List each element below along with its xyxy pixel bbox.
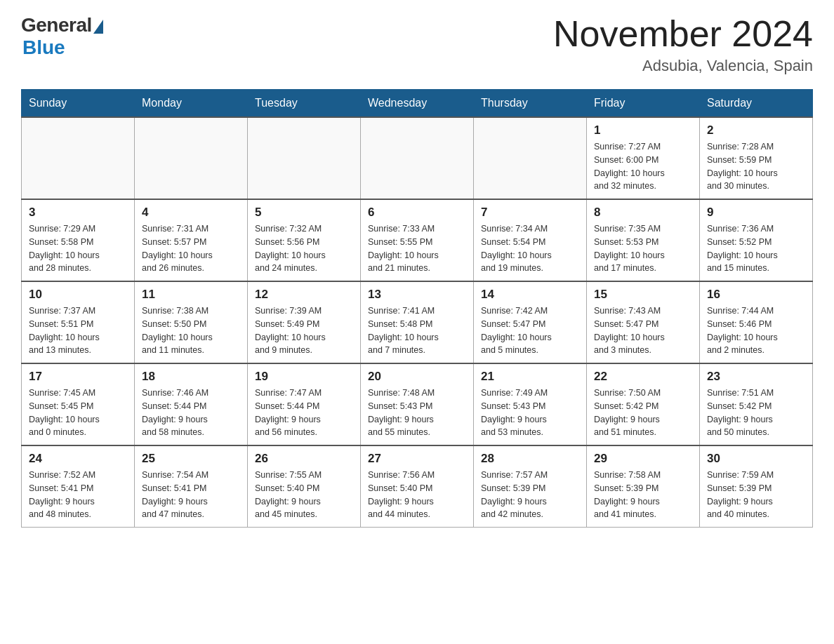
calendar-cell: 24Sunrise: 7:52 AM Sunset: 5:41 PM Dayli… xyxy=(22,445,135,528)
day-number: 29 xyxy=(594,452,692,466)
day-info: Sunrise: 7:27 AM Sunset: 6:00 PM Dayligh… xyxy=(594,140,692,193)
calendar-cell: 29Sunrise: 7:58 AM Sunset: 5:39 PM Dayli… xyxy=(587,445,700,528)
day-number: 16 xyxy=(707,288,805,302)
day-info: Sunrise: 7:52 AM Sunset: 5:41 PM Dayligh… xyxy=(29,469,127,521)
day-info: Sunrise: 7:31 AM Sunset: 5:57 PM Dayligh… xyxy=(142,222,240,275)
calendar-cell: 14Sunrise: 7:42 AM Sunset: 5:47 PM Dayli… xyxy=(474,281,587,363)
calendar-cell: 1Sunrise: 7:27 AM Sunset: 6:00 PM Daylig… xyxy=(587,117,700,199)
day-info: Sunrise: 7:41 AM Sunset: 5:48 PM Dayligh… xyxy=(368,304,466,357)
logo-general-text: General xyxy=(21,14,92,36)
day-info: Sunrise: 7:33 AM Sunset: 5:55 PM Dayligh… xyxy=(368,222,466,275)
day-info: Sunrise: 7:54 AM Sunset: 5:41 PM Dayligh… xyxy=(142,469,240,521)
logo: General Blue xyxy=(21,14,103,59)
day-info: Sunrise: 7:28 AM Sunset: 5:59 PM Dayligh… xyxy=(707,140,805,193)
calendar-cell: 19Sunrise: 7:47 AM Sunset: 5:44 PM Dayli… xyxy=(248,363,361,445)
calendar-cell: 20Sunrise: 7:48 AM Sunset: 5:43 PM Dayli… xyxy=(361,363,474,445)
week-row: 24Sunrise: 7:52 AM Sunset: 5:41 PM Dayli… xyxy=(22,445,813,528)
day-number: 4 xyxy=(142,206,240,220)
day-info: Sunrise: 7:43 AM Sunset: 5:47 PM Dayligh… xyxy=(594,304,692,357)
page-header: General Blue November 2024 Adsubia, Vale… xyxy=(21,14,813,75)
day-info: Sunrise: 7:38 AM Sunset: 5:50 PM Dayligh… xyxy=(142,304,240,357)
day-number: 20 xyxy=(368,370,466,384)
calendar-cell: 12Sunrise: 7:39 AM Sunset: 5:49 PM Dayli… xyxy=(248,281,361,363)
day-number: 10 xyxy=(29,288,127,302)
calendar-cell: 22Sunrise: 7:50 AM Sunset: 5:42 PM Dayli… xyxy=(587,363,700,445)
day-info: Sunrise: 7:36 AM Sunset: 5:52 PM Dayligh… xyxy=(707,222,805,275)
calendar-cell: 6Sunrise: 7:33 AM Sunset: 5:55 PM Daylig… xyxy=(361,199,474,281)
day-number: 19 xyxy=(255,370,353,384)
day-number: 6 xyxy=(368,206,466,220)
calendar-cell: 7Sunrise: 7:34 AM Sunset: 5:54 PM Daylig… xyxy=(474,199,587,281)
day-of-week-header: Friday xyxy=(587,90,700,118)
calendar-cell: 13Sunrise: 7:41 AM Sunset: 5:48 PM Dayli… xyxy=(361,281,474,363)
week-row: 17Sunrise: 7:45 AM Sunset: 5:45 PM Dayli… xyxy=(22,363,813,445)
day-info: Sunrise: 7:37 AM Sunset: 5:51 PM Dayligh… xyxy=(29,304,127,357)
day-info: Sunrise: 7:48 AM Sunset: 5:43 PM Dayligh… xyxy=(368,387,466,439)
title-block: November 2024 Adsubia, Valencia, Spain xyxy=(553,14,813,75)
calendar-cell: 15Sunrise: 7:43 AM Sunset: 5:47 PM Dayli… xyxy=(587,281,700,363)
calendar-table: SundayMondayTuesdayWednesdayThursdayFrid… xyxy=(21,89,813,528)
calendar-cell: 27Sunrise: 7:56 AM Sunset: 5:40 PM Dayli… xyxy=(361,445,474,528)
day-number: 27 xyxy=(368,452,466,466)
day-of-week-header: Tuesday xyxy=(248,90,361,118)
header-row: SundayMondayTuesdayWednesdayThursdayFrid… xyxy=(22,90,813,118)
day-number: 12 xyxy=(255,288,353,302)
calendar-cell: 16Sunrise: 7:44 AM Sunset: 5:46 PM Dayli… xyxy=(700,281,813,363)
calendar-cell: 25Sunrise: 7:54 AM Sunset: 5:41 PM Dayli… xyxy=(135,445,248,528)
day-number: 11 xyxy=(142,288,240,302)
day-info: Sunrise: 7:55 AM Sunset: 5:40 PM Dayligh… xyxy=(255,469,353,521)
calendar-cell: 9Sunrise: 7:36 AM Sunset: 5:52 PM Daylig… xyxy=(700,199,813,281)
day-number: 21 xyxy=(481,370,579,384)
calendar-cell: 4Sunrise: 7:31 AM Sunset: 5:57 PM Daylig… xyxy=(135,199,248,281)
day-number: 15 xyxy=(594,288,692,302)
calendar-cell: 11Sunrise: 7:38 AM Sunset: 5:50 PM Dayli… xyxy=(135,281,248,363)
day-info: Sunrise: 7:32 AM Sunset: 5:56 PM Dayligh… xyxy=(255,222,353,275)
day-info: Sunrise: 7:50 AM Sunset: 5:42 PM Dayligh… xyxy=(594,387,692,439)
day-info: Sunrise: 7:58 AM Sunset: 5:39 PM Dayligh… xyxy=(594,469,692,521)
day-info: Sunrise: 7:35 AM Sunset: 5:53 PM Dayligh… xyxy=(594,222,692,275)
calendar-cell: 10Sunrise: 7:37 AM Sunset: 5:51 PM Dayli… xyxy=(22,281,135,363)
logo-arrow-icon xyxy=(93,20,103,34)
day-of-week-header: Wednesday xyxy=(361,90,474,118)
calendar-cell: 5Sunrise: 7:32 AM Sunset: 5:56 PM Daylig… xyxy=(248,199,361,281)
calendar-cell xyxy=(22,117,135,199)
calendar-cell: 3Sunrise: 7:29 AM Sunset: 5:58 PM Daylig… xyxy=(22,199,135,281)
day-info: Sunrise: 7:59 AM Sunset: 5:39 PM Dayligh… xyxy=(707,469,805,521)
day-info: Sunrise: 7:49 AM Sunset: 5:43 PM Dayligh… xyxy=(481,387,579,439)
day-number: 24 xyxy=(29,452,127,466)
day-number: 2 xyxy=(707,123,805,137)
day-number: 1 xyxy=(594,123,692,137)
day-info: Sunrise: 7:39 AM Sunset: 5:49 PM Dayligh… xyxy=(255,304,353,357)
day-number: 30 xyxy=(707,452,805,466)
day-info: Sunrise: 7:51 AM Sunset: 5:42 PM Dayligh… xyxy=(707,387,805,439)
day-number: 13 xyxy=(368,288,466,302)
day-number: 18 xyxy=(142,370,240,384)
week-row: 10Sunrise: 7:37 AM Sunset: 5:51 PM Dayli… xyxy=(22,281,813,363)
calendar-cell: 8Sunrise: 7:35 AM Sunset: 5:53 PM Daylig… xyxy=(587,199,700,281)
calendar-cell xyxy=(474,117,587,199)
day-info: Sunrise: 7:46 AM Sunset: 5:44 PM Dayligh… xyxy=(142,387,240,439)
week-row: 1Sunrise: 7:27 AM Sunset: 6:00 PM Daylig… xyxy=(22,117,813,199)
calendar-cell xyxy=(248,117,361,199)
calendar-cell: 23Sunrise: 7:51 AM Sunset: 5:42 PM Dayli… xyxy=(700,363,813,445)
logo-blue-text: Blue xyxy=(22,36,103,59)
day-info: Sunrise: 7:42 AM Sunset: 5:47 PM Dayligh… xyxy=(481,304,579,357)
day-number: 14 xyxy=(481,288,579,302)
day-of-week-header: Thursday xyxy=(474,90,587,118)
day-info: Sunrise: 7:34 AM Sunset: 5:54 PM Dayligh… xyxy=(481,222,579,275)
day-number: 25 xyxy=(142,452,240,466)
day-info: Sunrise: 7:47 AM Sunset: 5:44 PM Dayligh… xyxy=(255,387,353,439)
week-row: 3Sunrise: 7:29 AM Sunset: 5:58 PM Daylig… xyxy=(22,199,813,281)
calendar-cell: 17Sunrise: 7:45 AM Sunset: 5:45 PM Dayli… xyxy=(22,363,135,445)
calendar-cell xyxy=(361,117,474,199)
day-of-week-header: Monday xyxy=(135,90,248,118)
day-info: Sunrise: 7:45 AM Sunset: 5:45 PM Dayligh… xyxy=(29,387,127,439)
day-number: 23 xyxy=(707,370,805,384)
day-number: 9 xyxy=(707,206,805,220)
day-number: 17 xyxy=(29,370,127,384)
day-of-week-header: Saturday xyxy=(700,90,813,118)
calendar-cell: 28Sunrise: 7:57 AM Sunset: 5:39 PM Dayli… xyxy=(474,445,587,528)
day-of-week-header: Sunday xyxy=(22,90,135,118)
calendar-cell: 26Sunrise: 7:55 AM Sunset: 5:40 PM Dayli… xyxy=(248,445,361,528)
location-text: Adsubia, Valencia, Spain xyxy=(553,57,813,75)
